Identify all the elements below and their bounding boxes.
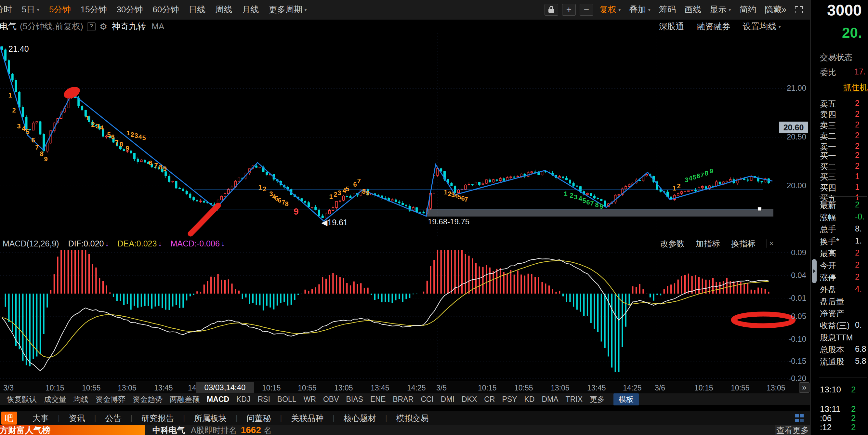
candlestick-chart[interactable] [0,33,810,238]
switch-indicator-button[interactable]: 换指标 [731,238,755,249]
bottom-tab-模拟交易[interactable]: 模拟交易 [387,413,438,424]
tool-button-显示[interactable]: 显示▾ [706,0,735,20]
toolbar-right-tools: +−复权▾叠加▾筹码画线显示▾简约隐藏» [542,0,810,20]
period-button-30分钟[interactable]: 30分钟 [112,0,148,19]
indicator-tab-BRAR[interactable]: BRAR [389,395,417,404]
indicator-tab-恢复默认[interactable]: 恢复默认 [3,394,40,404]
indicator-tab-RSI[interactable]: RSI [254,395,273,404]
indicator-tab-DKX[interactable]: DKX [458,395,480,404]
indicator-tab-OBV[interactable]: OBV [319,395,343,404]
tool-label: 画线 [684,4,701,15]
stock-forum-icon[interactable]: 吧 [1,412,17,425]
indicator-tab-MACD[interactable]: MACD [203,395,233,404]
indicator-tab-均线[interactable]: 均线 [70,394,92,404]
indicator-tab-资金博弈[interactable]: 资金博弈 [92,394,129,404]
period-label: 月线 [242,4,259,15]
period-button-周线[interactable]: 周线 [210,0,237,19]
period-button-15分钟[interactable]: 15分钟 [75,0,112,19]
tick-time: 13:10 [820,384,841,395]
stock-name: 中科电气 [0,21,17,32]
indicator-tab-TRIX[interactable]: TRIX [562,395,586,404]
indicator-tab-KD[interactable]: KD [521,395,538,404]
tool-button-画线[interactable]: 画线 [680,0,706,20]
quote-row-label: 股息TTM [820,332,853,343]
indicator-tab-ENE[interactable]: ENE [367,395,389,404]
bottom-tab-问董秘[interactable]: 问董秘 [238,413,280,424]
indicator-tab-更多[interactable]: 更多 [586,394,608,404]
td9-count-digit: 8 [119,141,123,148]
td9-count-digit: 7 [700,172,704,178]
indicator-tab-BOLL[interactable]: BOLL [274,395,300,404]
td9-count-digit: 3 [134,132,138,139]
td9-count-digit: 7 [357,178,361,184]
macd-hist-negative [5,293,660,372]
bottom-tab-研究报告[interactable]: 研究报告 [132,413,183,424]
gear-icon[interactable]: ⚙ [99,22,107,32]
indicator-tab-CR[interactable]: CR [480,395,498,404]
indicator-tab-BIAS[interactable]: BIAS [343,395,367,404]
close-icon[interactable]: × [767,239,776,248]
add-indicator-button[interactable]: 加指标 [696,238,720,249]
fullscreen-icon[interactable] [790,0,807,20]
period-button-分时[interactable]: 分时 [0,0,17,19]
lock-icon[interactable] [545,4,558,15]
macd-chart[interactable] [0,249,810,381]
period-button-更多周期[interactable]: 更多周期▾ [264,0,312,19]
macd-axis-label: -0.05 [772,312,806,321]
indicator-tab-CCI[interactable]: CCI [417,395,437,404]
indicator-tab-模板[interactable]: 模板 [614,393,639,405]
layout-grid-icon[interactable] [795,414,804,422]
bottom-tab-公告[interactable]: 公告 [96,413,130,424]
help-icon[interactable]: ? [87,23,96,31]
bottom-tab-核心题材[interactable]: 核心题材 [335,413,385,424]
td9-count-digit: 6 [111,134,115,140]
high-price-label: 21.40 [8,44,29,54]
zoom-in-icon[interactable]: + [562,4,576,15]
quote-row-value: 8. [855,224,862,234]
period-button-日线[interactable]: 日线 [184,0,210,19]
tool-button-复权[interactable]: 复权▾ [595,0,625,20]
edit-params-button[interactable]: 改参数 [660,238,685,249]
time-label: 10:55 [514,384,533,393]
period-button-5分钟[interactable]: 5分钟 [44,0,75,19]
quote-row-value: 0. [855,320,862,330]
td9-count-digit: 8 [362,188,365,195]
td9-count-digit: 3 [574,194,577,200]
sz-connect-label: 深股通 [659,21,684,32]
period-button-5日[interactable]: 5日▾ [17,0,44,19]
indicator-tab-成交量[interactable]: 成交量 [40,394,70,404]
indicator-tab-资金趋势[interactable]: 资金趋势 [129,394,166,404]
tool-button-叠加[interactable]: 叠加▾ [625,0,655,20]
indicator-ma-label[interactable]: MA [152,22,164,32]
expand-panel-handle[interactable] [812,259,817,283]
td9-count-digit: 8 [705,170,708,177]
tool-button-筹码[interactable]: 筹码 [655,0,680,20]
scroll-right-icon[interactable]: » [799,382,809,393]
bottom-tab-所属板块[interactable]: 所属板块 [185,413,236,424]
time-label: 10:15 [262,384,281,393]
bottom-tab-关联品种[interactable]: 关联品种 [282,413,333,424]
period-button-月线[interactable]: 月线 [237,0,264,19]
indicator-tab-DMI[interactable]: DMI [437,395,458,404]
crosshair-datetime-tooltip: 03/03,14:40 [196,382,254,393]
indicator-tab-PSY[interactable]: PSY [498,395,521,404]
see-more-button[interactable]: 查看更多 [775,425,810,435]
quote-row-label: 盘后量 [820,296,844,307]
indicator-tab-两融差额[interactable]: 两融差额 [166,394,203,404]
popularity-rank-bar: 东方财富人气榜 中科电气 A股即时排名 1662 名 查看更多 [0,425,810,435]
tool-button-简约[interactable]: 简约 [735,0,761,20]
quote-row-value: 2 [855,200,860,209]
tool-button-隐藏»[interactable]: 隐藏» [761,0,790,20]
period-button-60分钟[interactable]: 60分钟 [148,0,184,19]
promo-link[interactable]: 抓住机会 [843,82,868,93]
macd-axis-label: -0.01 [772,293,806,303]
td9-count-digit: 5 [692,174,696,181]
bottom-tab-大事[interactable]: 大事 [23,413,58,424]
indicator-tab-WR[interactable]: WR [300,395,319,404]
bottom-tab-资讯[interactable]: 资讯 [60,413,94,424]
indicator-td9-label[interactable]: 神奇九转 [112,21,146,32]
indicator-tab-DMA[interactable]: DMA [538,395,562,404]
indicator-tab-KDJ[interactable]: KDJ [233,395,254,404]
zoom-out-icon[interactable]: − [580,4,593,15]
ma-settings-button[interactable]: 设置均线 ▾ [743,21,781,32]
